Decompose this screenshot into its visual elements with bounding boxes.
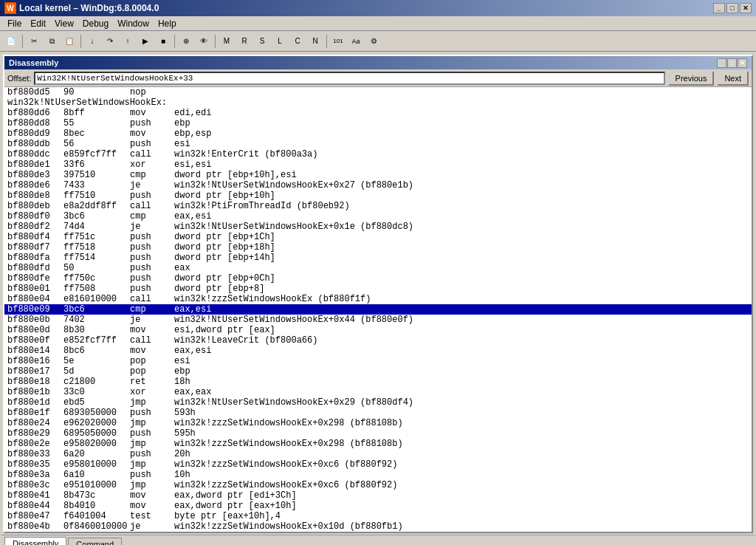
tb-reg[interactable]: R (236, 33, 252, 49)
minimize-button[interactable]: _ (713, 3, 725, 13)
menu-view[interactable]: View (50, 17, 78, 30)
code-line[interactable]: bf880e0fe852fcf7ffcallwin32k!LeaveCrit (… (4, 335, 752, 346)
panel-maximize-button[interactable]: □ (727, 58, 737, 68)
main-area: Disassembly _ □ ✕ Offset: Previous Next … (0, 52, 756, 545)
previous-button[interactable]: Previous (668, 71, 715, 86)
menu-file[interactable]: File (3, 17, 26, 30)
tab-command[interactable]: Command (68, 538, 122, 545)
code-line[interactable]: bf880e336a20push20h (4, 449, 752, 459)
code-line[interactable]: bf880e35e958010000jmpwin32k!zzzSetWindow… (4, 459, 752, 470)
panel-close-button[interactable]: ✕ (738, 58, 747, 68)
tb-scratch[interactable]: N (307, 33, 323, 49)
code-line[interactable]: bf880de133f6xoresi,esi (4, 160, 752, 170)
code-line[interactable]: bf880dfeff750cpushdword ptr [ebp+0Ch] (4, 273, 752, 284)
menu-help[interactable]: Help (154, 17, 181, 30)
offset-input[interactable] (34, 72, 664, 85)
code-line[interactable]: bf880e175dpopebp (4, 366, 752, 377)
tb-cmd[interactable]: C (289, 33, 306, 49)
menu-edit[interactable]: Edit (26, 17, 50, 30)
code-line[interactable]: bf880ddce859fcf7ffcallwin32k!EnterCrit (… (4, 149, 752, 160)
code-instr: push (130, 263, 174, 273)
code-instr: mov (130, 108, 174, 118)
code-line[interactable]: bf880dd855pushebp (4, 118, 752, 128)
code-line[interactable]: bf880dfaff7514pushdword ptr [ebp+14h] (4, 253, 752, 263)
maximize-button[interactable]: □ (726, 3, 738, 13)
code-line[interactable]: bf880dd68bffmovedi,edi (4, 108, 752, 118)
code-line[interactable]: bf880debe8a2ddf8ffcallwin32k!PtiFromThre… (4, 201, 752, 211)
code-instr: call (130, 149, 174, 160)
code-line[interactable]: bf880e1debd5jmpwin32k!NtUserSetWindowsHo… (4, 397, 752, 408)
code-line[interactable]: bf880df4ff751cpushdword ptr [ebp+1Ch] (4, 232, 752, 242)
code-instr: push (130, 284, 174, 294)
tb-step-out[interactable]: ↑ (120, 33, 136, 49)
code-line[interactable]: bf880dd590nop (4, 87, 752, 97)
code-bytes: 6a20 (63, 449, 130, 459)
code-line[interactable]: bf880e2ee958020000jmpwin32k!zzzSetWindow… (4, 439, 752, 449)
tb-stop[interactable]: ■ (155, 33, 171, 49)
tb-hex[interactable]: 101 (330, 33, 346, 49)
tb-copy[interactable]: ⧉ (44, 33, 60, 49)
code-line[interactable]: bf880de3397510cmpdword ptr [ebp+10h],esi (4, 170, 752, 180)
code-line[interactable]: bf880df03bc6cmpeax,esi (4, 211, 752, 222)
tb-new[interactable]: 📄 (3, 33, 19, 49)
tb-cut[interactable]: ✂ (26, 33, 42, 49)
code-area[interactable]: bf880dd590nopwin32k!NtUserSetWindowsHook… (4, 87, 752, 532)
code-instr: jmp (130, 459, 174, 470)
code-line[interactable]: bf880df274d4jewin32k!NtUserSetWindowsHoo… (4, 222, 752, 232)
code-line[interactable]: bf880e4b0f8460010000jewin32k!zzzSetWindo… (4, 521, 752, 532)
code-line[interactable]: bf880ddb56pushesi (4, 139, 752, 149)
code-line[interactable]: bf880e18c21800ret18h (4, 377, 752, 387)
close-button[interactable]: ✕ (740, 3, 752, 13)
code-line[interactable]: bf880e3a6a10push10h (4, 470, 752, 480)
code-line[interactable]: bf880e296895050000push595h (4, 428, 752, 439)
next-button[interactable]: Next (717, 71, 749, 86)
tb-watch[interactable]: 👁 (196, 33, 212, 49)
code-bytes: 90 (63, 87, 130, 97)
menu-debug[interactable]: Debug (78, 17, 113, 30)
code-line[interactable]: bf880e148bc6moveax,esi (4, 346, 752, 356)
code-args: ebp,esp (174, 128, 752, 139)
tb-step-in[interactable]: ↓ (84, 33, 100, 49)
tb-sep2 (80, 35, 81, 48)
code-addr: bf880e14 (4, 346, 63, 356)
tb-step-over[interactable]: ↷ (102, 33, 118, 49)
code-line[interactable]: bf880df7ff7518pushdword ptr [ebp+18h] (4, 242, 752, 253)
code-line[interactable]: bf880e47f6401004testbyte ptr [eax+10h],4 (4, 511, 752, 521)
code-bytes: 3bc6 (63, 304, 130, 315)
code-bytes: e816010000 (63, 294, 130, 304)
code-line[interactable]: bf880e04e816010000callwin32k!zzzSetWindo… (4, 294, 752, 304)
tb-paste[interactable]: 📋 (61, 33, 78, 49)
code-line[interactable]: win32k!NtUserSetWindowsHookEx: (4, 97, 752, 108)
code-addr: bf880e0d (4, 325, 63, 335)
code-line[interactable]: bf880de67433jewin32k!NtUserSetWindowsHoo… (4, 180, 752, 191)
tb-bp[interactable]: ⊕ (178, 33, 194, 49)
code-line[interactable]: bf880e448b4010moveax,dword ptr [eax+10h] (4, 501, 752, 511)
code-line[interactable]: bf880e418b473cmoveax,dword ptr [edi+3Ch] (4, 490, 752, 501)
code-line[interactable]: bf880e0d8b30movesi,dword ptr [eax] (4, 325, 752, 335)
code-line[interactable]: bf880e165epopesi (4, 356, 752, 366)
code-line[interactable]: bf880e1f6893050000push593h (4, 408, 752, 418)
code-args: 18h (174, 377, 752, 387)
code-addr: bf880e0f (4, 335, 63, 346)
code-line[interactable]: bf880dfd50pusheax (4, 263, 752, 273)
code-addr: bf880e33 (4, 449, 63, 459)
code-line[interactable]: bf880e0b7402jewin32k!NtUserSetWindowsHoo… (4, 315, 752, 325)
menu-window[interactable]: Window (113, 17, 154, 30)
panel-minimize-button[interactable]: _ (717, 58, 726, 68)
code-line[interactable]: bf880e24e962020000jmpwin32k!zzzSetWindow… (4, 418, 752, 428)
tb-font[interactable]: Aa (348, 33, 364, 49)
tb-locals[interactable]: L (272, 33, 288, 49)
code-line[interactable]: bf880e093bc6cmpeax,esi (4, 304, 752, 315)
tb-opt[interactable]: ⚙ (365, 33, 382, 49)
code-line[interactable]: bf880dd98becmovebp,esp (4, 128, 752, 139)
tb-run[interactable]: ▶ (137, 33, 154, 49)
code-args: win32k!zzzSetWindowsHookEx (bf880f1f) (174, 294, 752, 304)
code-line[interactable]: bf880de8ff7510pushdword ptr [ebp+10h] (4, 191, 752, 201)
tb-stack[interactable]: S (254, 33, 270, 49)
code-line[interactable]: bf880e01ff7508pushdword ptr [ebp+8] (4, 284, 752, 294)
code-args: esi,dword ptr [eax] (174, 325, 752, 335)
tab-disassembly[interactable]: Disassembly (4, 537, 66, 545)
tb-mem[interactable]: M (219, 33, 235, 49)
code-line[interactable]: bf880e3ce951010000jmpwin32k!zzzSetWindow… (4, 480, 752, 490)
code-line[interactable]: bf880e1b33c0xoreax,eax (4, 387, 752, 397)
